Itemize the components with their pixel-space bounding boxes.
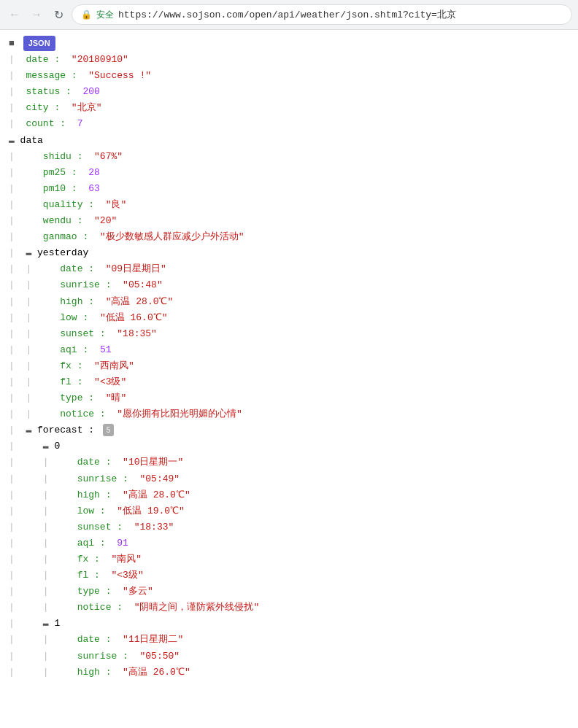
secure-label: 安全 xyxy=(96,9,114,21)
key-yesterday-type: type : xyxy=(60,392,94,403)
key-f1-sunrise: sunrise : xyxy=(77,651,128,662)
val-yesterday-aqi: 51 xyxy=(100,344,112,355)
lock-icon: 🔒 xyxy=(81,9,92,20)
key-message: message : xyxy=(26,70,77,81)
val-yesterday-notice: "愿你拥有比阳光明媚的心情" xyxy=(117,408,242,419)
key-count: count : xyxy=(26,118,66,129)
val-quality: "良" xyxy=(106,199,127,210)
val-wendu: "20" xyxy=(94,215,117,226)
val-date: "20180910" xyxy=(72,54,128,65)
key-f1-date: date : xyxy=(77,634,112,645)
val-f0-high: "高温 28.0℃" xyxy=(123,489,190,500)
val-yesterday-fl: "<3级" xyxy=(94,376,126,387)
key-f0-fx: fx : xyxy=(77,554,100,565)
key-yesterday-high: high : xyxy=(60,296,94,307)
key-f0-sunrise: sunrise : xyxy=(77,473,128,484)
key-f0-date: date : xyxy=(77,457,112,468)
collapse-data-icon[interactable]: ▬ xyxy=(9,135,15,146)
json-content: ■ JSON | date : "20180910" | message : "… xyxy=(0,30,578,726)
collapse-forecast-0-icon[interactable]: ▬ xyxy=(43,441,49,452)
val-count: 7 xyxy=(77,118,83,129)
forecast-count: 5 xyxy=(103,424,115,436)
key-f0-low: low : xyxy=(77,506,106,516)
collapse-root-icon[interactable]: ■ xyxy=(9,38,15,49)
url-text: https://www.sojson.com/open/api/weather/… xyxy=(118,8,563,21)
key-yesterday-aqi: aqi : xyxy=(60,344,88,355)
val-yesterday-sunset: "18:35" xyxy=(117,328,157,339)
val-f1-sunrise: "05:50" xyxy=(139,651,180,662)
key-date: date : xyxy=(26,54,60,65)
val-f0-low: "低温 19.0℃" xyxy=(117,506,185,516)
key-f0-aqi: aqi : xyxy=(77,538,106,549)
val-yesterday-sunrise: "05:48" xyxy=(123,279,163,290)
val-pm25: 28 xyxy=(88,167,100,178)
val-yesterday-high: "高温 28.0℃" xyxy=(106,296,174,307)
val-yesterday-date: "09日星期日" xyxy=(106,263,166,274)
back-button[interactable]: ← xyxy=(6,6,23,23)
key-yesterday-fx: fx : xyxy=(60,360,82,371)
key-ganmao: ganmao : xyxy=(43,231,88,242)
collapse-yesterday-icon[interactable]: ▬ xyxy=(26,247,31,258)
key-f0-high: high : xyxy=(77,489,112,500)
val-f1-high: "高温 26.0℃" xyxy=(123,667,190,678)
collapse-forecast-1-icon[interactable]: ▬ xyxy=(43,618,49,629)
browser-chrome: ← → ↻ 🔒 安全 https://www.sojson.com/open/a… xyxy=(0,0,578,30)
key-f1-high: high : xyxy=(77,667,112,678)
val-f0-sunset: "18:33" xyxy=(134,522,174,533)
key-yesterday-sunset: sunset : xyxy=(60,328,105,339)
val-f0-date: "10日星期一" xyxy=(123,457,183,468)
val-shidu: "67%" xyxy=(94,151,123,162)
collapse-forecast-icon[interactable]: ▬ xyxy=(26,425,31,435)
json-badge[interactable]: JSON xyxy=(23,36,55,51)
val-f0-type: "多云" xyxy=(123,586,153,597)
key-quality: quality : xyxy=(43,199,94,210)
val-status: 200 xyxy=(82,86,99,97)
val-f0-notice: "阴晴之间，谨防紫外线侵扰" xyxy=(134,602,260,613)
key-yesterday-sunrise: sunrise : xyxy=(60,279,111,290)
val-city: "北京" xyxy=(72,102,102,113)
val-yesterday-fx: "西南风" xyxy=(94,360,134,371)
browser-window: ← → ↻ 🔒 安全 https://www.sojson.com/open/a… xyxy=(0,0,578,726)
val-yesterday-low: "低温 16.0℃" xyxy=(100,312,168,323)
key-pm25: pm25 : xyxy=(43,167,77,178)
nav-bar: ← → ↻ 🔒 安全 https://www.sojson.com/open/a… xyxy=(0,0,578,29)
val-f0-fl: "<3级" xyxy=(111,570,143,581)
val-yesterday-type: "晴" xyxy=(106,392,127,403)
key-status: status : xyxy=(26,86,71,97)
reload-button[interactable]: ↻ xyxy=(50,6,67,23)
key-shidu: shidu : xyxy=(43,151,83,162)
key-f0-sunset: sunset : xyxy=(77,522,123,533)
key-yesterday-low: low : xyxy=(60,312,88,323)
key-yesterday-fl: fl : xyxy=(60,376,82,387)
key-city: city : xyxy=(26,102,60,113)
key-yesterday-date: date : xyxy=(60,263,94,274)
val-message: "Success !" xyxy=(88,70,151,81)
key-pm10: pm10 : xyxy=(43,183,77,194)
key-wendu: wendu : xyxy=(43,215,83,226)
val-f0-sunrise: "05:49" xyxy=(139,473,180,484)
val-ganmao: "极少数敏感人群应减少户外活动" xyxy=(100,231,244,242)
key-yesterday-notice: notice : xyxy=(60,408,105,419)
key-f0-fl: fl : xyxy=(77,570,100,581)
forward-button[interactable]: → xyxy=(28,6,45,23)
val-f1-date: "11日星期二" xyxy=(123,634,183,645)
key-f0-notice: notice : xyxy=(77,602,123,613)
val-f0-fx: "南风" xyxy=(111,554,142,565)
key-f0-type: type : xyxy=(77,586,112,597)
val-f0-aqi: 91 xyxy=(117,538,128,549)
val-pm10: 63 xyxy=(88,183,100,194)
address-bar[interactable]: 🔒 安全 https://www.sojson.com/open/api/wea… xyxy=(72,4,572,25)
